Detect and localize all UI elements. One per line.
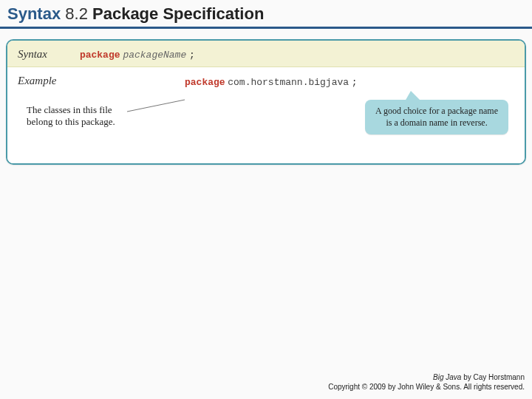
slide-title: Syntax 8.2 Package Specification: [7, 4, 525, 24]
title-prefix: Syntax: [7, 4, 61, 23]
example-row: Example package com.horstmann.bigjava ; …: [7, 67, 525, 163]
annotation-left-line1: The classes in this file: [27, 104, 115, 116]
annotation-file-classes: The classes in this file belong to this …: [27, 104, 115, 129]
keyword-package: package: [80, 50, 120, 61]
example-terminator: ;: [352, 77, 358, 88]
slide-header: Syntax 8.2 Package Specification: [0, 0, 532, 29]
callout-line1: A good choice for a package name: [375, 106, 498, 117]
example-keyword: package: [185, 77, 225, 88]
svg-line-0: [127, 100, 185, 112]
footer-byline: Big Java by Cay Horstmann: [328, 372, 525, 382]
footer-copyright: Copyright © 2009 by John Wiley & Sons. A…: [328, 382, 525, 392]
syntax-row: Syntax package packageName ;: [7, 41, 525, 67]
example-label: Example: [18, 75, 77, 87]
example-package-name: com.horstmann.bigjava: [228, 77, 349, 88]
callout-line2: is a domain name in reverse.: [375, 117, 498, 129]
footer-book: Big Java: [433, 373, 461, 381]
example-code: package com.horstmann.bigjava ;: [185, 76, 358, 88]
syntax-label: Syntax: [18, 48, 77, 61]
slide-footer: Big Java by Cay Horstmann Copyright © 20…: [328, 372, 525, 392]
syntax-box: Syntax package packageName ; Example pac…: [6, 39, 526, 165]
callout-package-name-tip: A good choice for a package name is a do…: [365, 100, 508, 134]
syntax-terminator: ;: [189, 50, 195, 61]
title-text: Package Specification: [92, 4, 264, 23]
package-name-placeholder: packageName: [123, 50, 186, 61]
footer-author: by Cay Horstmann: [461, 373, 525, 381]
annotation-left-line2: belong to this package.: [27, 116, 115, 128]
leader-line: [127, 98, 186, 113]
title-number: 8.2: [65, 4, 88, 23]
